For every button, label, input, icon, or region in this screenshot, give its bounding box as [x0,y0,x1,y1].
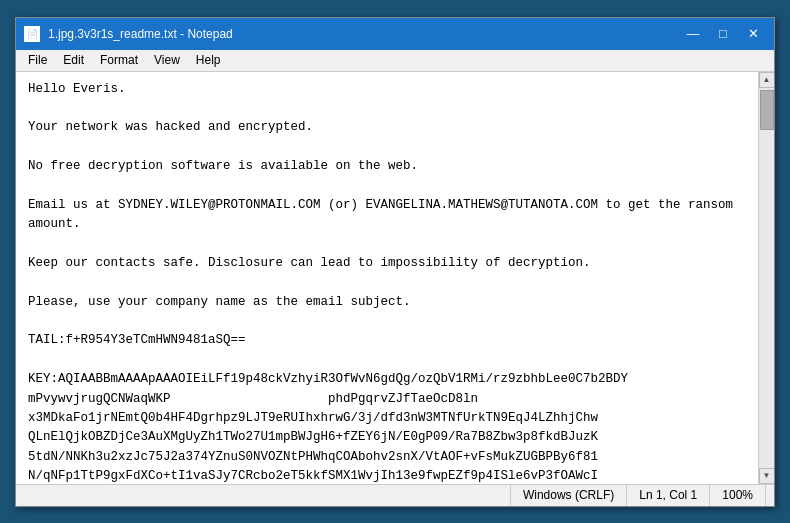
window-controls: — □ ✕ [680,25,766,43]
scroll-track[interactable] [759,88,774,468]
scroll-down-arrow[interactable]: ▼ [759,468,775,484]
text-editor[interactable] [16,72,758,484]
notepad-window: 📄 1.jpg.3v3r1s_readme.txt - Notepad — □ … [15,17,775,507]
scroll-thumb[interactable] [760,90,774,130]
status-zoom: 100% [710,485,766,506]
scrollbar[interactable]: ▲ ▼ [758,72,774,484]
menu-view[interactable]: View [146,51,188,69]
minimize-button[interactable]: — [680,25,706,43]
scroll-up-arrow[interactable]: ▲ [759,72,775,88]
status-encoding: Windows (CRLF) [511,485,627,506]
content-area: ▲ ▼ [16,72,774,484]
title-bar-left: 📄 1.jpg.3v3r1s_readme.txt - Notepad [24,26,233,42]
status-line-col: Ln 1, Col 1 [627,485,710,506]
window-title: 1.jpg.3v3r1s_readme.txt - Notepad [48,27,233,41]
close-button[interactable]: ✕ [740,25,766,43]
menu-format[interactable]: Format [92,51,146,69]
menu-help[interactable]: Help [188,51,229,69]
app-icon: 📄 [24,26,40,42]
menu-edit[interactable]: Edit [55,51,92,69]
menu-file[interactable]: File [20,51,55,69]
status-bar: Windows (CRLF) Ln 1, Col 1 100% [16,484,774,506]
title-bar: 📄 1.jpg.3v3r1s_readme.txt - Notepad — □ … [16,18,774,50]
menu-bar: File Edit Format View Help [16,50,774,72]
status-spacer [24,485,511,506]
maximize-button[interactable]: □ [710,25,736,43]
